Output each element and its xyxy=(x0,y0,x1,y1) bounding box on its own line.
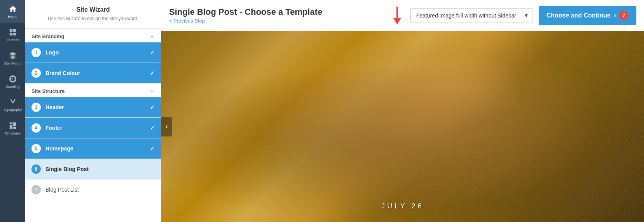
step-footer-label: Footer xyxy=(45,125,150,131)
page-title: Single Blog Post - Choose a Template xyxy=(169,7,387,17)
branding-icon xyxy=(9,75,17,83)
top-bar: Single Blog Post - Choose a Template < P… xyxy=(161,0,644,31)
sidebar-item-wizard[interactable]: Site Wizard xyxy=(0,47,25,70)
template-dropdown-wrapper: Featured Image full width without Sideba… xyxy=(410,8,532,23)
chevron-left-icon: ‹ xyxy=(166,122,168,131)
chevron-up-icon xyxy=(149,33,155,39)
sidebar-item-templates[interactable]: Templates xyxy=(0,117,25,140)
arrow-indicator xyxy=(393,7,401,24)
step-single-blog-number: 6 xyxy=(31,164,41,174)
template-dropdown[interactable]: Featured Image full width without Sideba… xyxy=(410,8,532,23)
choose-continue-button[interactable]: Choose and Continue › 7 xyxy=(539,6,636,25)
svg-point-2 xyxy=(12,78,14,80)
step-header-number: 3 xyxy=(31,103,41,112)
step-homepage-number: 5 xyxy=(31,144,41,153)
top-bar-left: Single Blog Post - Choose a Template < P… xyxy=(169,7,387,24)
sidebar-title: Site Wizard xyxy=(31,6,155,13)
sidebar-item-typography-label: Typography xyxy=(3,108,22,112)
carousel-prev-arrow[interactable]: ‹ xyxy=(161,117,172,136)
sidebar-item-themes-label: Themes xyxy=(6,38,19,42)
sidebar-header: Site Wizard Use this Wizard to design th… xyxy=(25,0,161,29)
arrow-right-icon: › xyxy=(614,11,616,19)
main-content: Single Blog Post - Choose a Template < P… xyxy=(161,0,644,222)
prev-step[interactable]: < Previous Step xyxy=(169,18,387,24)
chevron-up-icon-2 xyxy=(149,88,155,94)
arrow-shaft xyxy=(396,7,398,18)
templates-icon xyxy=(9,121,17,130)
steps-sidebar: Site Wizard Use this Wizard to design th… xyxy=(25,0,161,222)
preview-background: ‹ JULY 26 xyxy=(161,31,644,222)
step-header[interactable]: 3 Header ✓ xyxy=(25,97,161,118)
date-overlay: JULY 26 xyxy=(381,202,424,210)
grass-texture-overlay xyxy=(161,31,644,222)
typography-icon xyxy=(9,98,17,107)
arrow-head xyxy=(393,18,401,24)
sidebar-item-wizard-label: Site Wizard xyxy=(3,61,21,65)
sidebar-item-home-label: Home xyxy=(8,15,17,19)
site-branding-section: Site Branding xyxy=(25,29,161,42)
themes-icon xyxy=(9,28,17,37)
step-homepage-check: ✓ xyxy=(150,145,155,152)
wizard-icon xyxy=(9,51,17,60)
preview-area: ‹ JULY 26 xyxy=(161,31,644,222)
step-brand-colour[interactable]: 2 Brand Colour ✓ xyxy=(25,63,161,84)
step-blog-list-label: Blog Post List xyxy=(45,187,155,193)
step-brand-check: ✓ xyxy=(150,70,155,76)
sidebar-item-home[interactable]: Home xyxy=(0,0,25,23)
site-structure-label: Site Structure xyxy=(31,88,65,94)
prev-step-label: < Previous Step xyxy=(169,18,205,24)
step-homepage-label: Homepage xyxy=(45,145,150,152)
choose-continue-label: Choose and Continue xyxy=(546,12,611,19)
sidebar-item-branding[interactable]: Branding xyxy=(0,70,25,93)
step-brand-label: Brand Colour xyxy=(45,70,150,76)
sidebar-item-branding-label: Branding xyxy=(5,85,19,89)
site-branding-label: Site Branding xyxy=(31,33,65,39)
step-logo-label: Logo xyxy=(45,49,150,56)
step-brand-number: 2 xyxy=(31,68,41,78)
site-structure-section: Site Structure xyxy=(25,84,161,97)
sidebar-item-typography[interactable]: Typography xyxy=(0,93,25,117)
sidebar-item-templates-label: Templates xyxy=(5,131,21,135)
home-icon xyxy=(9,5,17,13)
step-header-label: Header xyxy=(45,104,150,110)
sidebar-item-themes[interactable]: Themes xyxy=(0,23,25,47)
sidebar-description: Use this Wizard to design the site you w… xyxy=(31,16,155,22)
step-footer-number: 4 xyxy=(31,123,41,133)
step-footer-check: ✓ xyxy=(150,125,155,131)
step-blog-list[interactable]: 7 Blog Post List xyxy=(25,180,161,200)
icon-sidebar: Home Themes Site Wizard Branding Typogra… xyxy=(0,0,25,222)
step-header-check: ✓ xyxy=(150,104,155,110)
step-badge: 7 xyxy=(619,11,628,20)
step-single-blog-label: Single Blog Post xyxy=(45,166,155,172)
step-blog-list-number: 7 xyxy=(31,185,41,194)
step-logo[interactable]: 1 Logo ✓ xyxy=(25,42,161,63)
step-homepage[interactable]: 5 Homepage ✓ xyxy=(25,138,161,159)
step-logo-check: ✓ xyxy=(150,49,155,56)
step-footer[interactable]: 4 Footer ✓ xyxy=(25,118,161,138)
step-logo-number: 1 xyxy=(31,48,41,57)
step-single-blog[interactable]: 6 Single Blog Post xyxy=(25,159,161,180)
